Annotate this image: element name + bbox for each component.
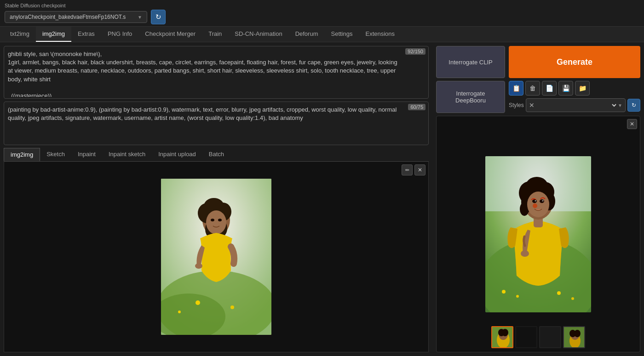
output-close-button[interactable]: ✕ (627, 119, 637, 129)
svg-point-4 (230, 305, 234, 309)
top-controls: Interrogate CLIP Interrogate DeepBooru G… (436, 46, 640, 113)
tab-img2img[interactable]: img2img (36, 27, 71, 42)
positive-prompt-input[interactable]: ghibli style, san \(mononoke hime\), 1gi… (4, 46, 428, 97)
thumbnail-4[interactable] (563, 326, 585, 348)
svg-point-15 (195, 263, 202, 269)
svg-point-36 (542, 200, 544, 201)
img2img-section: img2img Sketch Inpaint Inpaint sketch In… (4, 148, 429, 352)
save-icon-button[interactable]: 💾 (558, 81, 573, 96)
tab-sd-cn-animation[interactable]: SD-CN-Animation (228, 27, 288, 42)
styles-refresh-button[interactable]: ↻ (627, 99, 640, 112)
svg-point-3 (196, 300, 200, 305)
generate-column: Generate 📋 🗑 📄 💾 📁 Styles ✕ (509, 46, 640, 113)
output-image (485, 156, 591, 312)
svg-point-21 (557, 291, 561, 295)
svg-point-37 (521, 250, 529, 257)
sub-tab-sketch[interactable]: Sketch (40, 148, 71, 161)
tab-txt2img[interactable]: txt2img (4, 27, 36, 42)
styles-row: Styles ✕ ▼ ↻ (509, 98, 640, 112)
sub-tab-inpaint[interactable]: Inpaint (71, 148, 102, 161)
sub-tab-row: img2img Sketch Inpaint Inpaint sketch In… (4, 148, 429, 162)
negative-prompt-box: 60/75 (painting by bad-artist-anime:0.9)… (4, 102, 429, 145)
svg-point-22 (571, 297, 574, 300)
nav-tabs: txt2img img2img Extras PNG Info Checkpoi… (0, 27, 644, 42)
tab-settings[interactable]: Settings (324, 27, 359, 42)
styles-select[interactable] (536, 102, 618, 109)
styles-select-wrapper: ✕ ▼ (526, 98, 626, 112)
svg-point-42 (502, 329, 508, 336)
trash-icon-button[interactable]: 🗑 (525, 81, 540, 96)
tab-extras[interactable]: Extras (71, 27, 101, 42)
thumbnail-2[interactable] (515, 326, 537, 348)
action-icon-row: 📋 🗑 📄 💾 📁 (509, 81, 640, 96)
edit-image-button[interactable]: ✏ (402, 164, 413, 175)
styles-clear-icon[interactable]: ✕ (529, 102, 535, 109)
svg-point-32 (533, 203, 537, 208)
output-area: ✕ (436, 116, 640, 352)
checkpoint-label: Stable Diffusion checkpoint (5, 3, 639, 8)
right-panel: Interrogate CLIP Interrogate DeepBooru G… (432, 42, 644, 356)
refresh-checkpoint-button[interactable]: ↻ (151, 10, 166, 24)
svg-point-49 (574, 330, 581, 337)
thumbnail-row (491, 326, 585, 348)
styles-label: Styles (509, 102, 524, 108)
svg-point-33 (532, 199, 537, 203)
interrogate-clip-button[interactable]: Interrogate CLIP (436, 46, 505, 78)
thumbnail-3[interactable] (539, 326, 561, 348)
sub-tab-inpaint-sketch[interactable]: Inpaint sketch (102, 148, 152, 161)
left-panel: 92/150 ghibli style, san \(mononoke hime… (0, 42, 432, 356)
folder-icon-button[interactable]: 📁 (575, 81, 590, 96)
positive-prompt-box: 92/150 ghibli style, san \(mononoke hime… (4, 46, 429, 99)
svg-point-13 (211, 219, 214, 221)
svg-rect-43 (516, 327, 537, 348)
svg-rect-44 (540, 327, 561, 348)
interrogate-deepbooru-button[interactable]: Interrogate DeepBooru (436, 81, 505, 113)
svg-point-34 (540, 199, 544, 203)
checkpoint-row: anyloraCheckpoint_bakedvaeFtmseFp16NOT.s… (5, 10, 639, 24)
uploaded-image (161, 179, 271, 335)
image-action-btns: ✏ ✕ (402, 164, 426, 175)
tab-extensions[interactable]: Extensions (359, 27, 401, 42)
sub-tab-inpaint-upload[interactable]: Inpaint upload (152, 148, 202, 161)
svg-point-35 (535, 200, 536, 201)
svg-point-5 (178, 311, 181, 313)
dropdown-arrow-icon: ▼ (138, 15, 142, 20)
tab-png-info[interactable]: PNG Info (101, 27, 138, 42)
tab-deforum[interactable]: Deforum (289, 27, 325, 42)
interrogate-column: Interrogate CLIP Interrogate DeepBooru (436, 46, 505, 113)
close-image-button[interactable]: ✕ (414, 164, 426, 175)
tab-checkpoint-merger[interactable]: Checkpoint Merger (138, 27, 202, 42)
main-content: 92/150 ghibli style, san \(mononoke hime… (0, 42, 644, 356)
image-upload-area[interactable]: ✏ ✕ (4, 162, 429, 352)
checkpoint-value: anyloraCheckpoint_bakedvaeFtmseFp16NOT.s (10, 14, 135, 20)
checkpoint-dropdown[interactable]: anyloraCheckpoint_bakedvaeFtmseFp16NOT.s… (5, 11, 147, 23)
top-bar: Stable Diffusion checkpoint anyloraCheck… (0, 0, 644, 27)
negative-prompt-input[interactable]: (painting by bad-artist-anime:0.9), (pai… (4, 102, 428, 143)
svg-point-31 (527, 192, 549, 217)
svg-point-19 (502, 290, 506, 294)
positive-counter: 92/150 (405, 48, 426, 55)
svg-point-20 (516, 295, 519, 298)
svg-point-14 (218, 219, 222, 221)
thumbnail-1[interactable] (491, 326, 513, 348)
sub-tab-batch[interactable]: Batch (202, 148, 230, 161)
app-container: Stable Diffusion checkpoint anyloraCheck… (0, 0, 644, 356)
tab-train[interactable]: Train (202, 27, 228, 42)
document-icon-button[interactable]: 📄 (542, 81, 557, 96)
negative-counter: 60/75 (408, 104, 426, 110)
sub-tab-img2img[interactable]: img2img (4, 148, 40, 161)
paste-icon-button[interactable]: 📋 (509, 81, 523, 96)
generate-button[interactable]: Generate (509, 46, 640, 78)
svg-point-12 (206, 210, 226, 234)
styles-dropdown-icon[interactable]: ▼ (618, 103, 622, 108)
